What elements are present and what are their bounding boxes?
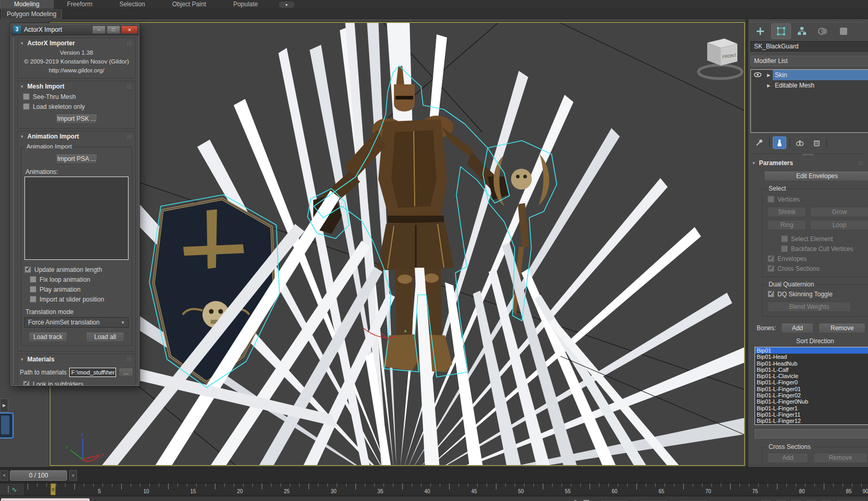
minimized-window-peek[interactable] bbox=[0, 412, 14, 439]
dialog-titlebar[interactable]: 3 ActorX Import – □ × bbox=[11, 24, 139, 35]
pin-stack-icon[interactable] bbox=[752, 136, 766, 149]
minimize-icon[interactable]: – bbox=[92, 26, 106, 34]
bones-list-scrollbar[interactable] bbox=[755, 429, 868, 439]
actorx-importer-rollout-header[interactable]: ActorX Importer bbox=[18, 38, 135, 48]
track-bar[interactable]: ∿ 0 5 10 15 20 25 30 35 40 45 50 55 60 6… bbox=[0, 483, 868, 496]
grow-button[interactable]: Grow bbox=[810, 207, 868, 217]
bone-item[interactable]: Bip01-L-Finger1 bbox=[755, 405, 868, 411]
modify-tab-icon[interactable] bbox=[771, 23, 791, 39]
import-psk-button[interactable]: Import PSK ... bbox=[56, 114, 97, 124]
ring-button[interactable]: Ring bbox=[768, 220, 806, 230]
ribbon-tab-freeform[interactable]: Freeform bbox=[54, 0, 106, 9]
parameters-rollout-header[interactable]: Parameters bbox=[752, 159, 868, 167]
viewcube[interactable]: FRONT bbox=[698, 39, 742, 79]
auto-key-button[interactable]: Auto Key bbox=[836, 499, 866, 501]
expand-arrow-icon[interactable]: ▶ bbox=[764, 83, 773, 88]
previous-frame-button[interactable]: < bbox=[1, 470, 8, 481]
fix-loop-animation-checkbox[interactable]: Fix loop animation bbox=[30, 274, 129, 284]
bone-item[interactable]: Bip01-L-Finger02 bbox=[755, 392, 868, 398]
eye-icon[interactable] bbox=[751, 71, 764, 79]
bone-item[interactable]: Bip01-L-Finger11 bbox=[755, 411, 868, 418]
close-icon[interactable]: × bbox=[121, 26, 138, 34]
bone-item[interactable]: Bip01-L-Clavicle bbox=[755, 373, 868, 379]
coordinate-y[interactable]: Y:70.545 bbox=[633, 499, 668, 501]
import-at-slider-position-checkbox[interactable]: Import at slider position bbox=[30, 294, 129, 304]
load-track-button[interactable]: Load track bbox=[29, 332, 67, 342]
expand-arrow-icon[interactable]: ▶ bbox=[764, 73, 773, 78]
bone-item[interactable]: Bip01-L-Finger0Nub bbox=[755, 398, 868, 405]
go-to-end-button[interactable]: ▶▶ bbox=[821, 499, 832, 501]
cross-sections-remove-button[interactable]: Remove bbox=[813, 453, 867, 463]
bone-item[interactable]: Bip01-HeadNub bbox=[755, 360, 868, 367]
website-link[interactable]: http://www.gildor.org/ bbox=[18, 66, 135, 75]
go-to-start-button[interactable]: ◀◀ bbox=[760, 499, 772, 501]
ribbon-tab-modeling[interactable]: Modeling bbox=[0, 0, 54, 9]
remove-bone-button[interactable]: Remove bbox=[819, 323, 865, 333]
add-bone-button[interactable]: Add bbox=[781, 323, 813, 333]
remove-modifier-trash-icon[interactable] bbox=[810, 136, 823, 149]
maxscript-mini-listener[interactable] bbox=[1, 498, 90, 501]
current-frame-marker[interactable]: 0 bbox=[50, 483, 56, 495]
ribbon-tab-object-paint[interactable]: Object Paint bbox=[159, 0, 220, 9]
panel-flyout-arrow-icon[interactable]: ▶ bbox=[0, 398, 8, 412]
bone-item[interactable]: Bip01-L-Finger01 bbox=[755, 386, 868, 392]
materials-path-input[interactable]: F:\mod_stuff\her bbox=[69, 368, 116, 377]
show-end-result-icon[interactable] bbox=[773, 136, 786, 149]
bone-item[interactable]: Bip01 bbox=[755, 347, 868, 354]
stack-item-skin[interactable]: ▶ Skin bbox=[751, 70, 868, 80]
dq-skinning-toggle-checkbox[interactable]: DQ Skinning Toggle bbox=[768, 289, 868, 299]
ribbon-tab-populate[interactable]: Populate bbox=[220, 0, 271, 9]
coordinate-z[interactable]: Z:0.0 bbox=[672, 499, 707, 501]
bone-item[interactable]: Bip01-L-Finger0 bbox=[755, 379, 868, 385]
ribbon-subtab-polygon-modeling[interactable]: Polygon Modeling bbox=[1, 9, 62, 19]
make-unique-icon[interactable] bbox=[793, 136, 807, 149]
animations-listbox[interactable] bbox=[24, 177, 129, 260]
maximize-icon[interactable]: □ bbox=[107, 26, 120, 34]
play-animation-checkbox[interactable]: Play animation bbox=[30, 284, 129, 294]
select-group: Select Vertices Shrink Grow Ring Loop Se… bbox=[762, 189, 868, 277]
next-frame-playback-button[interactable]: ▶ bbox=[806, 499, 817, 501]
load-all-button[interactable]: Load all bbox=[86, 332, 124, 342]
hierarchy-tab-icon[interactable] bbox=[792, 23, 812, 39]
modifier-list-dropdown[interactable]: Modifier List bbox=[750, 56, 868, 66]
cross-sections-checkbox[interactable]: Cross Sections bbox=[768, 264, 868, 273]
backface-cull-checkbox[interactable]: Backface Cull Vertices bbox=[781, 244, 868, 254]
time-slider-handle[interactable]: 0 / 100 bbox=[10, 470, 67, 481]
viewport[interactable]: FRONT Z X Y bbox=[49, 22, 745, 466]
vertices-checkbox[interactable]: Vertices bbox=[768, 194, 868, 204]
edit-envelopes-button[interactable]: Edit Envelopes bbox=[764, 171, 868, 181]
translation-mode-dropdown[interactable]: Force AnimSet translation ▼ bbox=[24, 317, 129, 328]
object-name-field[interactable]: SK_BlackGuard bbox=[750, 41, 868, 52]
select-element-checkbox[interactable]: Select Element bbox=[781, 234, 868, 244]
materials-rollout-header[interactable]: Materials bbox=[18, 354, 135, 365]
blend-weights-button[interactable]: Blend Weights bbox=[768, 302, 851, 312]
frame-ruler[interactable]: 0 5 10 15 20 25 30 35 40 45 50 55 60 65 … bbox=[25, 483, 868, 495]
browse-button[interactable]: ... bbox=[119, 368, 133, 377]
ribbon-tab-bar: Modeling Freeform Selection Object Paint… bbox=[0, 0, 868, 9]
shrink-button[interactable]: Shrink bbox=[768, 207, 806, 217]
loop-button[interactable]: Loop bbox=[810, 220, 868, 230]
cross-sections-add-button[interactable]: Add bbox=[768, 453, 808, 463]
load-skeleton-only-checkbox[interactable]: Load skeleton only bbox=[23, 102, 135, 111]
ribbon-tab-selection[interactable]: Selection bbox=[106, 0, 158, 9]
look-in-subfolders-checkbox[interactable]: Look in subfolders bbox=[23, 379, 135, 385]
see-thru-mesh-checkbox[interactable]: See-Thru Mesh bbox=[23, 92, 135, 102]
update-animation-length-checkbox[interactable]: Update animation length bbox=[24, 265, 129, 274]
create-tab-icon[interactable] bbox=[750, 23, 770, 39]
ribbon-overflow-icon[interactable]: ▾ bbox=[279, 2, 295, 8]
play-button[interactable]: ▶ bbox=[790, 499, 802, 501]
previous-frame-playback-button[interactable]: ◀ bbox=[775, 499, 787, 501]
mini-curve-editor-icon[interactable]: ∿ bbox=[0, 483, 25, 495]
envelopes-checkbox[interactable]: Envelopes bbox=[768, 254, 868, 264]
coordinate-x[interactable]: X:4700.063 bbox=[593, 499, 629, 501]
display-tab-icon[interactable] bbox=[834, 23, 853, 39]
import-psa-button[interactable]: Import PSA ... bbox=[56, 154, 97, 164]
bone-item[interactable]: Bip01-L-Calf bbox=[755, 367, 868, 373]
stack-item-editable-mesh[interactable]: ▶ Editable Mesh bbox=[751, 80, 868, 91]
motion-tab-icon[interactable] bbox=[813, 23, 833, 39]
animation-import-rollout-header[interactable]: Animation Import bbox=[18, 131, 135, 142]
next-frame-button[interactable]: > bbox=[69, 470, 77, 481]
mesh-import-rollout-header[interactable]: Mesh Import bbox=[18, 81, 135, 92]
bone-item[interactable]: Bip01-Head bbox=[755, 354, 868, 360]
bone-item[interactable]: Bip01-L-Finger12 bbox=[755, 418, 868, 424]
